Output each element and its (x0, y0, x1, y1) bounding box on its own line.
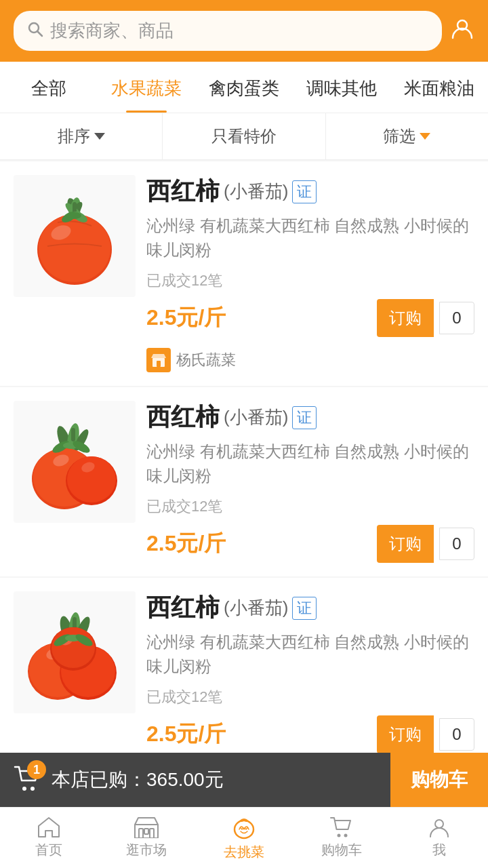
category-tabs: 全部 水果蔬菜 禽肉蛋类 调味其他 米面粮油 (0, 62, 488, 113)
product-image-3[interactable] (14, 591, 136, 713)
svg-point-9 (39, 214, 110, 282)
nav-market[interactable]: 逛市场 (98, 808, 195, 868)
tab-all[interactable]: 全部 (0, 62, 98, 113)
sort-label: 排序 (58, 125, 90, 147)
product-price-2: 2.5元/斤 (146, 529, 226, 559)
product-image-1[interactable] (14, 175, 136, 297)
qty-box-2[interactable]: 0 (439, 528, 474, 560)
product-image-2[interactable] (14, 401, 136, 523)
screen-filter[interactable]: 筛选 (326, 113, 488, 159)
product-actions-2: 订购 0 (377, 525, 474, 563)
buy-button-1[interactable]: 订购 (377, 299, 434, 337)
product-actions-3: 订购 0 (377, 715, 474, 753)
svg-point-51 (338, 834, 341, 837)
go-to-cart-button[interactable]: 购物车 (390, 753, 488, 807)
product-price-1: 2.5元/斤 (146, 303, 226, 333)
price-action-row-3: 2.5元/斤 订购 0 (146, 715, 474, 753)
nav-cart-label: 购物车 (321, 841, 362, 859)
svg-point-13 (68, 212, 81, 219)
svg-point-39 (52, 627, 95, 668)
qty-box-1[interactable]: 0 (439, 302, 474, 334)
product-name-3: 西红柿 (146, 591, 220, 625)
price-action-row-2: 2.5元/斤 订购 0 (146, 525, 474, 563)
product-sold-2: 已成交12笔 (146, 496, 474, 517)
product-desc-1: 沁州绿 有机蔬菜大西红柿 自然成熟 小时候的味儿闵粉 (146, 214, 474, 262)
svg-point-53 (435, 820, 443, 828)
price-action-row-1: 2.5元/斤 订购 0 (146, 299, 474, 337)
sort-filter[interactable]: 排序 (0, 113, 163, 159)
product-card-3: 西红柿 (小番茄) 证 沁州绿 有机蔬菜大西红柿 自然成熟 小时候的味儿闵粉 已… (0, 578, 488, 767)
nav-pick[interactable]: 去挑菜 (195, 808, 293, 868)
svg-rect-48 (144, 829, 148, 834)
product-sub-3: (小番茄) (224, 596, 288, 620)
nav-me-label: 我 (432, 841, 446, 859)
filter-bar: 排序 只看特价 筛选 (0, 113, 488, 160)
product-price-3: 2.5元/斤 (146, 719, 226, 749)
tab-meat-eggs[interactable]: 禽肉蛋类 (195, 62, 293, 113)
purchase-bar: 1 本店已购：365.00元 购物车 (0, 753, 488, 807)
bottom-nav: 首页 逛市场 去挑菜 购物车 (0, 807, 488, 868)
svg-rect-15 (157, 361, 161, 367)
svg-line-1 (38, 31, 43, 36)
cart-badge: 1 (27, 760, 46, 779)
nav-me[interactable]: 我 (390, 808, 488, 868)
nav-home-label: 首页 (35, 841, 62, 859)
store-icon-1 (146, 348, 171, 372)
store-row-1[interactable]: 杨氏蔬菜 (146, 348, 474, 372)
product-sub-2: (小番茄) (224, 406, 288, 429)
search-placeholder-text: 搜索商家、商品 (50, 19, 174, 43)
svg-point-45 (30, 787, 35, 791)
product-sold-1: 已成交12笔 (146, 271, 474, 291)
tab-grains[interactable]: 米面粮油 (390, 62, 488, 113)
cert-badge-2: 证 (292, 406, 317, 429)
sort-arrow-icon (94, 133, 105, 140)
user-icon[interactable] (450, 16, 474, 46)
qty-box-3[interactable]: 0 (439, 718, 474, 751)
purchase-info: 1 本店已购：365.00元 (0, 766, 390, 794)
store-name-1: 杨氏蔬菜 (176, 350, 236, 370)
svg-rect-19 (71, 428, 75, 441)
product-desc-2: 沁州绿 有机蔬菜大西红柿 自然成熟 小时候的味儿闵粉 (146, 439, 474, 488)
product-sold-3: 已成交12笔 (146, 687, 474, 707)
product-title-2: 西红柿 (小番茄) 证 (146, 401, 474, 434)
tab-fruits-veggies[interactable]: 水果蔬菜 (98, 62, 195, 113)
special-price-filter[interactable]: 只看特价 (163, 113, 325, 159)
header: 搜索商家、商品 (0, 0, 488, 62)
screen-label: 筛选 (383, 125, 415, 147)
tab-seasoning[interactable]: 调味其他 (293, 62, 390, 113)
nav-home[interactable]: 首页 (0, 808, 98, 868)
svg-point-44 (22, 787, 26, 791)
nav-market-label: 逛市场 (126, 841, 167, 859)
search-bar[interactable]: 搜索商家、商品 (14, 11, 442, 51)
nav-pick-label: 去挑菜 (224, 843, 264, 861)
product-actions-1: 订购 0 (377, 299, 474, 337)
cert-badge-3: 证 (292, 597, 317, 620)
purchase-cart-icon-wrap: 1 (14, 766, 41, 794)
product-name-1: 西红柿 (146, 175, 220, 208)
product-card-2: 西红柿 (小番茄) 证 沁州绿 有机蔬菜大西红柿 自然成熟 小时候的味儿闵粉 已… (0, 387, 488, 576)
product-name-2: 西红柿 (146, 401, 220, 434)
purchase-text: 本店已购：365.00元 (52, 767, 224, 793)
product-sub-1: (小番茄) (224, 180, 288, 203)
search-icon (27, 21, 43, 41)
product-info-3: 西红柿 (小番茄) 证 沁州绿 有机蔬菜大西红柿 自然成熟 小时候的味儿闵粉 已… (146, 591, 474, 753)
special-price-label: 只看特价 (211, 125, 277, 147)
nav-cart[interactable]: 购物车 (293, 808, 390, 868)
screen-arrow-icon (420, 133, 430, 140)
product-desc-3: 沁州绿 有机蔬菜大西红柿 自然成熟 小时候的味儿闵粉 (146, 630, 474, 679)
cert-badge-1: 证 (292, 180, 317, 203)
buy-button-3[interactable]: 订购 (377, 715, 434, 753)
buy-button-2[interactable]: 订购 (377, 525, 434, 563)
svg-point-52 (344, 834, 348, 837)
product-title-3: 西红柿 (小番茄) 证 (146, 591, 474, 625)
product-card-1: 西红柿 (小番茄) 证 沁州绿 有机蔬菜大西红柿 自然成熟 小时候的味儿闵粉 已… (0, 161, 488, 386)
svg-rect-47 (139, 829, 143, 838)
product-info-2: 西红柿 (小番茄) 证 沁州绿 有机蔬菜大西红柿 自然成熟 小时候的味儿闵粉 已… (146, 401, 474, 563)
product-info-1: 西红柿 (小番茄) 证 沁州绿 有机蔬菜大西红柿 自然成熟 小时候的味儿闵粉 已… (146, 175, 474, 372)
svg-rect-49 (150, 829, 154, 838)
product-title-1: 西红柿 (小番茄) 证 (146, 175, 474, 208)
